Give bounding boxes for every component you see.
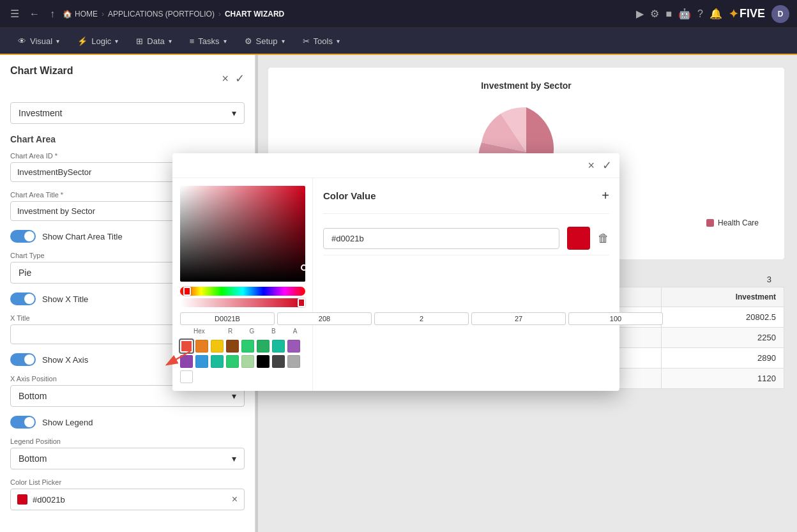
color-value-header: Color Value +	[323, 188, 609, 203]
back-icon[interactable]: ←	[27, 6, 42, 22]
swatch-green[interactable]	[241, 340, 254, 353]
swatch-dark-gray[interactable]	[272, 355, 285, 368]
breadcrumb-chart-wizard[interactable]: CHART WIZARD	[225, 10, 284, 19]
color-list-value: #d0021b	[27, 495, 232, 505]
swatch-cyan[interactable]	[211, 355, 224, 368]
chart-title: Investment by Sector	[281, 80, 771, 91]
breadcrumb-sep-1: ›	[102, 10, 104, 19]
color-hex-field[interactable]	[323, 228, 559, 249]
delete-color-button[interactable]: 🗑	[598, 232, 609, 245]
chart-area-section-label: Chart Area	[10, 134, 245, 144]
dialog-header: × ✓	[172, 153, 619, 178]
a-label: A	[285, 328, 305, 335]
swatch-light-green[interactable]	[226, 355, 239, 368]
menu-data[interactable]: ⊞ Data ▾	[128, 33, 179, 50]
color-list-picker-row[interactable]: #d0021b ×	[10, 489, 245, 510]
show-legend-toggle-row: Show Legend	[10, 416, 245, 429]
hue-bar[interactable]	[180, 287, 305, 296]
show-x-axis-label: Show X Axis	[42, 355, 88, 365]
show-x-title-toggle[interactable]	[10, 293, 36, 305]
color-list-picker-group: Color List Picker #d0021b ×	[10, 478, 245, 510]
alpha-bar[interactable]	[180, 298, 305, 307]
swatch-black[interactable]	[257, 355, 269, 368]
row4-col4: 1120	[662, 369, 784, 389]
setup-icon: ⚙	[245, 36, 252, 46]
color-value-title: Color Value	[323, 190, 376, 201]
eye-icon: 👁	[18, 36, 26, 46]
breadcrumb-home[interactable]: 🏠 HOME	[63, 10, 98, 19]
swatch-teal[interactable]	[272, 340, 285, 353]
swatch-brown[interactable]	[226, 340, 239, 353]
color-swatches	[180, 340, 305, 383]
swatch-orange[interactable]	[195, 340, 208, 353]
menubar: 👁 Visual ▾ ⚡ Logic ▾ ⊞ Data ▾ ≡ Tasks ▾ …	[0, 28, 797, 55]
show-chart-area-title-toggle[interactable]	[10, 230, 36, 243]
color-list-preview	[17, 494, 27, 505]
alpha-cursor	[298, 298, 305, 307]
show-x-title-label: Show X Title	[42, 294, 88, 304]
investment-dropdown[interactable]: Investment ▾	[10, 102, 245, 124]
up-icon[interactable]: ↑	[47, 6, 57, 22]
chevron-logic: ▾	[115, 38, 118, 45]
legend-position-dropdown[interactable]: Bottom ▾	[10, 448, 245, 469]
picker-cursor	[301, 264, 305, 271]
color-list-clear-button[interactable]: ×	[232, 494, 238, 505]
search-icon[interactable]: ⚙	[650, 8, 659, 20]
breadcrumb-applications[interactable]: APPLICATIONS (PORTFOLIO)	[108, 10, 215, 19]
tools-icon: ✂	[303, 36, 310, 46]
close-panel-button[interactable]: ×	[222, 72, 229, 86]
dialog-confirm-button[interactable]: ✓	[602, 158, 612, 172]
show-legend-label: Show Legend	[42, 418, 93, 427]
legend-dot	[706, 219, 714, 227]
b-label: B	[264, 328, 283, 335]
home-icon: 🏠	[63, 10, 72, 19]
hue-cursor	[183, 287, 191, 296]
menu-icon[interactable]: ☰	[8, 5, 22, 22]
play-icon[interactable]: ▶	[636, 8, 644, 20]
color-inputs	[180, 312, 305, 325]
menu-logic[interactable]: ⚡ Logic ▾	[70, 33, 126, 50]
row3-col4: 2890	[662, 348, 784, 369]
legend-item-healthcare: Health Care	[706, 218, 759, 227]
swatch-yellow[interactable]	[211, 340, 224, 353]
color-gradient-area[interactable]	[180, 186, 305, 282]
dialog-close-button[interactable]: ×	[588, 159, 595, 172]
help-icon[interactable]: ?	[697, 8, 703, 20]
show-x-axis-toggle[interactable]	[10, 353, 36, 366]
menu-setup[interactable]: ⚙ Setup ▾	[237, 33, 292, 50]
breadcrumb: 🏠 HOME › APPLICATIONS (PORTFOLIO) › CHAR…	[63, 10, 631, 19]
legend-position-arrow-icon: ▾	[232, 453, 236, 464]
logic-icon: ⚡	[77, 36, 87, 46]
legend-position-group: Legend Position Bottom ▾	[10, 437, 245, 469]
panel-title: Chart Wizard	[10, 65, 73, 82]
menu-visual[interactable]: 👁 Visual ▾	[10, 33, 67, 50]
g-label: G	[243, 328, 262, 335]
swatch-dark-green[interactable]	[257, 340, 269, 353]
hex-input[interactable]	[180, 312, 275, 325]
bell-icon[interactable]: 🔔	[710, 8, 722, 20]
confirm-panel-button[interactable]: ✓	[235, 72, 245, 86]
color-picker-dialog: × ✓	[172, 153, 619, 391]
stop-icon[interactable]: ■	[665, 8, 672, 20]
swatch-pale-green[interactable]	[241, 355, 254, 368]
bot-icon[interactable]: 🤖	[678, 8, 691, 20]
gradient-dark-overlay	[180, 186, 305, 282]
menu-tools[interactable]: ✂ Tools ▾	[295, 33, 347, 50]
add-color-button[interactable]: +	[602, 188, 609, 203]
color-picker-right: Color Value + 🗑	[313, 178, 619, 391]
show-legend-toggle[interactable]	[10, 416, 36, 429]
avatar: D	[771, 5, 789, 23]
color-preview-swatch	[567, 227, 590, 250]
menu-tasks[interactable]: ≡ Tasks ▾	[182, 33, 234, 50]
chevron-visual: ▾	[56, 38, 59, 45]
dialog-body: Hex R G B A	[172, 178, 619, 391]
legend-position-label: Legend Position	[10, 437, 245, 445]
hex-label: Hex	[180, 328, 218, 335]
chevron-tasks: ▾	[224, 38, 227, 45]
color-value-row: 🗑	[323, 222, 609, 255]
r-label: R	[221, 328, 240, 335]
chevron-data: ▾	[169, 38, 172, 45]
swatch-purple[interactable]	[287, 340, 300, 353]
swatch-gray[interactable]	[287, 355, 300, 368]
swatch-blue[interactable]	[195, 355, 208, 368]
